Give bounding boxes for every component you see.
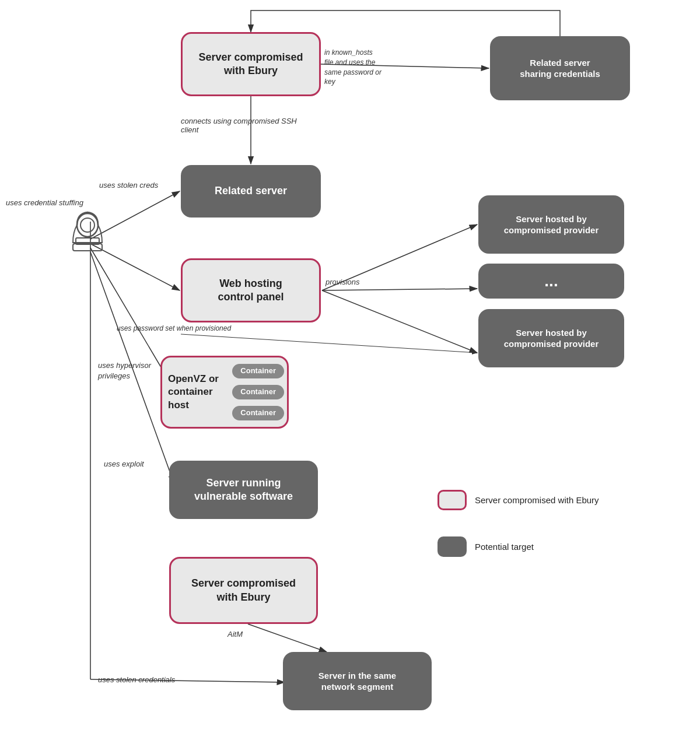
node-related-server-sharing: Related server sharing credentials	[490, 36, 630, 100]
label-connects-ssh: connects using compromised SSH client	[181, 117, 298, 134]
node-server-compromised-top: Server compromised with Ebury	[181, 32, 321, 96]
svg-point-16	[80, 218, 94, 232]
label-stolen-credentials: uses stolen credentials	[98, 675, 175, 684]
label-provisions: provisions	[326, 278, 360, 286]
label-exploit: uses exploit	[104, 460, 144, 468]
node-server-running: Server running vulnerable software	[169, 461, 318, 519]
node-web-hosting: Web hosting control panel	[181, 258, 321, 322]
node-server-network: Server in the same network segment	[283, 652, 432, 710]
legend-target-box	[438, 536, 467, 557]
node-server-compromised-bottom: Server compromised with Ebury	[169, 557, 318, 624]
label-credential-stuffing: uses credential stuffing	[6, 198, 83, 207]
label-aitm: AitM	[228, 630, 243, 639]
svg-line-14	[181, 334, 477, 353]
node-hosted1: Server hosted by compromised provider	[478, 195, 624, 254]
legend-target: Potential target	[438, 536, 534, 557]
label-stolen-creds: uses stolen creds	[99, 181, 158, 190]
label-hypervisor: uses hypervisorprivileges	[98, 360, 162, 381]
svg-line-13	[322, 290, 477, 353]
legend-ebury-box	[438, 490, 467, 510]
container-tag-3: Container	[232, 406, 284, 420]
node-related-server: Related server	[181, 165, 321, 218]
legend-ebury: Server compromised with Ebury	[438, 490, 599, 510]
svg-line-10	[248, 624, 327, 652]
container-tag-2: Container	[232, 385, 284, 399]
diagram-container: uses credential stuffing Server compromi…	[0, 0, 700, 747]
node-openvz: OpenVZ orcontainer host Container Contai…	[160, 356, 289, 429]
hacker-icon	[67, 209, 108, 262]
container-tag-1: Container	[232, 364, 284, 378]
node-hosted-dots: ...	[478, 264, 624, 299]
legend-ebury-label: Server compromised with Ebury	[475, 495, 599, 505]
svg-line-12	[322, 289, 477, 290]
svg-line-6	[90, 248, 168, 379]
label-password-provisioned: uses password set when provisioned	[117, 324, 251, 332]
node-hosted2: Server hosted by compromised provider	[478, 309, 624, 367]
legend-target-label: Potential target	[475, 542, 534, 552]
label-known-hosts: in known_hostsfile and uses thesame pass…	[324, 48, 394, 87]
